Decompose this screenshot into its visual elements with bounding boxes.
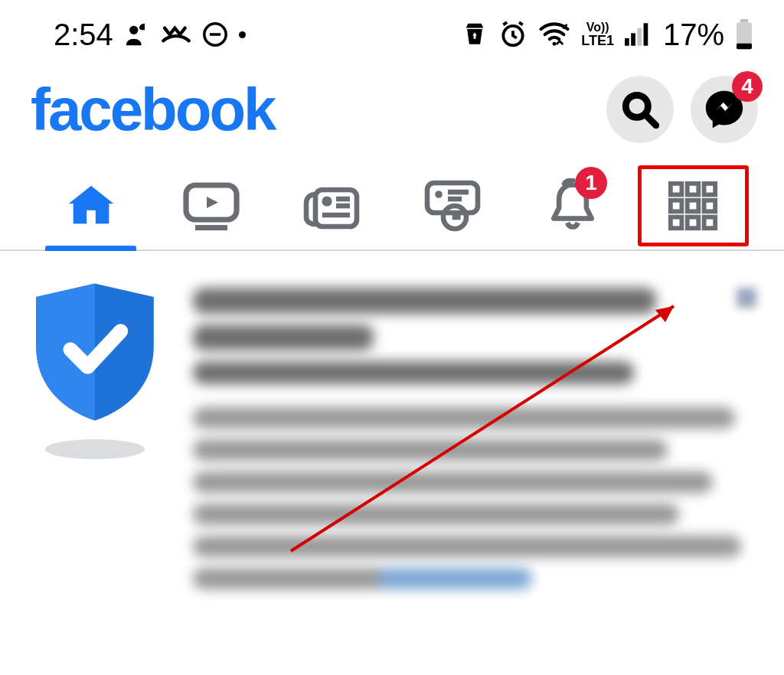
tab-notifications[interactable]: 1 — [512, 162, 632, 249]
status-right: Vo)) LTE1 17% — [462, 18, 753, 52]
tab-news[interactable] — [272, 162, 392, 249]
tab-menu[interactable] — [633, 162, 753, 249]
more-notifications-dot — [239, 31, 246, 38]
svg-rect-26 — [671, 184, 682, 195]
do-not-disturb-icon — [202, 21, 228, 47]
home-icon — [64, 179, 118, 233]
status-bar: 2:54 — [0, 0, 784, 61]
alarm-icon — [498, 20, 528, 49]
svg-rect-29 — [671, 201, 682, 212]
svg-rect-6 — [631, 33, 635, 45]
svg-rect-9 — [740, 19, 748, 22]
status-clock: 2:54 — [54, 18, 113, 52]
menu-grid-icon — [666, 179, 720, 233]
svg-rect-11 — [737, 44, 752, 50]
svg-rect-32 — [671, 217, 682, 229]
messenger-button[interactable]: 4 — [691, 76, 758, 143]
svg-rect-31 — [704, 201, 716, 212]
volte-indicator: Vo)) LTE1 — [581, 21, 614, 47]
volte-top: Vo)) — [586, 21, 609, 34]
dismiss-blurred-icon — [737, 288, 756, 308]
svg-rect-8 — [643, 23, 648, 45]
tab-home[interactable] — [31, 162, 151, 249]
svg-point-0 — [129, 26, 138, 34]
feed-card — [0, 251, 784, 600]
news-icon — [302, 179, 361, 233]
svg-rect-7 — [637, 28, 642, 46]
tab-underline — [45, 246, 137, 251]
messenger-badge: 4 — [732, 71, 763, 102]
shield-graphic — [26, 283, 164, 600]
notifications-badge: 1 — [575, 167, 607, 199]
tab-memories[interactable] — [392, 162, 512, 249]
volte-bottom: LTE1 — [581, 34, 614, 47]
svg-rect-5 — [625, 38, 629, 46]
tab-bar: 1 — [0, 152, 784, 251]
feed-text-blurred — [193, 283, 758, 600]
battery-percent: 17% — [663, 18, 724, 52]
shield-icon — [34, 283, 156, 421]
svg-point-22 — [435, 191, 443, 198]
svg-rect-27 — [688, 184, 699, 195]
svg-rect-28 — [704, 184, 716, 195]
battery-icon — [735, 19, 753, 50]
svg-line-13 — [645, 114, 656, 126]
missed-call-icon — [161, 21, 191, 47]
shield-shadow — [45, 439, 145, 459]
person-speech-icon — [124, 21, 150, 47]
app-header: facebook 4 — [0, 61, 784, 152]
search-button[interactable] — [606, 76, 674, 143]
tab-watch[interactable] — [151, 162, 271, 249]
memories-icon — [423, 178, 482, 233]
status-left: 2:54 — [54, 18, 246, 52]
svg-point-17 — [322, 196, 332, 206]
svg-rect-33 — [688, 217, 699, 229]
svg-rect-30 — [688, 201, 699, 212]
watch-icon — [181, 179, 241, 233]
header-actions: 4 — [606, 76, 758, 143]
svg-point-4 — [553, 42, 557, 46]
svg-rect-34 — [704, 217, 716, 229]
wifi-icon — [538, 21, 570, 47]
facebook-logo[interactable]: facebook — [31, 75, 274, 145]
signal-icon — [625, 22, 652, 47]
recycle-icon — [462, 21, 488, 47]
search-icon — [621, 90, 659, 129]
